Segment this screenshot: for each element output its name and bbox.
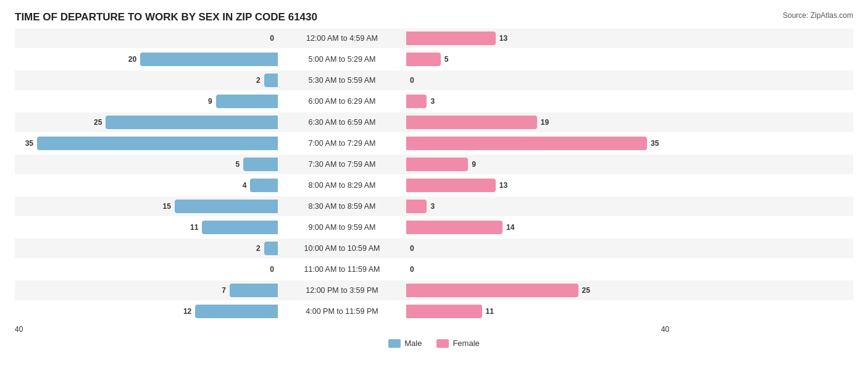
bar-row: 0 11:00 AM to 11:59 AM 0 [15,259,853,279]
right-side: 19 [404,112,669,132]
male-bar-wrap: 15 [15,200,278,213]
male-bar-wrap: 35 [15,137,278,150]
female-bar [406,179,496,192]
female-value: 19 [541,118,549,127]
male-value: 25 [94,118,102,127]
male-value: 7 [222,286,226,295]
male-value: 2 [256,244,261,253]
chart-container: TIME OF DEPARTURE TO WORK BY SEX IN ZIP … [0,0,868,367]
left-side: 5 [15,154,280,174]
center-label: 10:00 AM to 10:59 AM [280,244,404,253]
male-value: 11 [190,223,198,232]
center-label: 5:00 AM to 5:29 AM [280,55,404,64]
left-side: 2 [15,238,280,258]
female-bar [406,200,427,213]
male-bar-wrap: 2 [15,74,278,87]
center-label: 4:00 PM to 11:59 PM [280,307,404,316]
male-bar-wrap: 12 [15,305,278,318]
male-value: 0 [270,265,274,274]
left-side: 35 [15,133,280,153]
male-bar [216,95,278,108]
female-bar-wrap: 0 [406,263,669,276]
axis-right: 40 [404,325,669,334]
right-side: 0 [404,238,669,258]
bar-row: 9 6:00 AM to 6:29 AM 3 [15,91,853,111]
female-value: 11 [486,307,494,316]
left-side: 12 [15,302,280,321]
male-value: 35 [25,139,33,148]
male-value: 2 [256,76,261,85]
male-value: 9 [208,97,212,106]
legend-female-label: Female [453,339,479,348]
male-bar [140,53,278,66]
left-side: 4 [15,175,280,195]
right-side: 11 [404,302,669,321]
legend-male-label: Male [404,339,422,348]
male-bar [250,179,278,192]
male-bar [264,242,278,255]
left-side: 0 [15,28,280,48]
right-side: 13 [404,175,669,195]
male-color-swatch [388,339,401,348]
female-bar-wrap: 14 [406,221,669,234]
axis-right-value: 40 [661,325,669,334]
center-label: 8:30 AM to 8:59 AM [280,202,404,211]
female-bar-wrap: 25 [406,284,669,297]
female-bar [406,32,496,45]
chart-title: TIME OF DEPARTURE TO WORK BY SEX IN ZIP … [15,11,853,23]
female-bar-wrap: 35 [406,137,669,150]
male-value: 5 [236,160,240,169]
right-side: 14 [404,217,669,237]
bar-row: 15 8:30 AM to 8:59 AM 3 [15,196,853,216]
male-bar-wrap: 9 [15,95,278,108]
center-label: 6:00 AM to 6:29 AM [280,97,404,106]
female-value: 3 [430,202,435,211]
female-bar-wrap: 0 [406,74,669,87]
right-side: 0 [404,259,669,279]
female-bar [406,53,441,66]
male-bar-wrap: 7 [15,284,278,297]
left-side: 20 [15,49,280,69]
bar-row: 11 9:00 AM to 9:59 AM 14 [15,217,853,237]
right-side: 0 [404,70,669,90]
legend: Male Female [15,339,853,348]
axis-row: 40 40 [15,325,853,334]
bar-row: 7 12:00 PM to 3:59 PM 25 [15,281,853,300]
female-bar-wrap: 5 [406,53,669,66]
center-label: 11:00 AM to 11:59 AM [280,265,404,274]
male-bar-wrap: 4 [15,179,278,192]
left-side: 2 [15,70,280,90]
female-value: 3 [430,97,435,106]
female-bar [406,284,578,297]
male-value: 15 [163,202,171,211]
female-value: 5 [444,55,449,64]
center-label: 7:00 AM to 7:29 AM [280,139,404,148]
male-bar [106,116,278,129]
female-bar-wrap: 19 [406,116,669,129]
bar-row: 5 7:30 AM to 7:59 AM 9 [15,154,853,174]
female-value: 0 [410,244,414,253]
bar-row: 12 4:00 PM to 11:59 PM 11 [15,302,853,321]
male-bar-wrap: 0 [15,263,278,276]
female-bar-wrap: 11 [406,305,669,318]
left-side: 15 [15,196,280,216]
male-bar-wrap: 11 [15,221,278,234]
female-bar-wrap: 3 [406,95,669,108]
male-bar-wrap: 2 [15,242,278,255]
bar-row: 35 7:00 AM to 7:29 AM 35 [15,133,853,153]
left-side: 7 [15,281,280,300]
male-bar [195,305,278,318]
female-value: 14 [506,223,514,232]
center-label: 8:00 AM to 8:29 AM [280,181,404,190]
center-label: 12:00 AM to 4:59 AM [280,34,404,43]
female-bar [406,158,468,171]
male-bar-wrap: 5 [15,158,278,171]
female-value: 0 [410,76,414,85]
male-bar [175,200,278,213]
female-bar [406,221,503,234]
male-bar-wrap: 25 [15,116,278,129]
center-label: 5:30 AM to 5:59 AM [280,76,404,85]
right-side: 35 [404,133,669,153]
bar-row: 2 10:00 AM to 10:59 AM 0 [15,238,853,258]
right-side: 5 [404,49,669,69]
